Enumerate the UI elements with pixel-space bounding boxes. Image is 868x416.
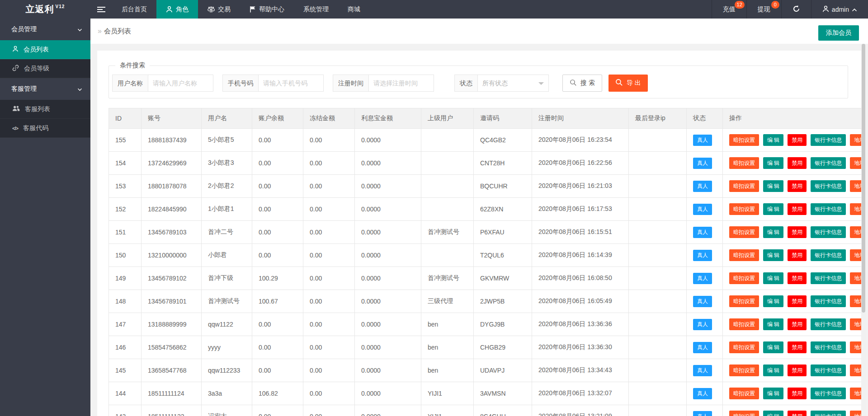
action-button-禁用[interactable]: 禁用 — [788, 411, 807, 416]
action-button-编 辑[interactable]: 编 辑 — [763, 157, 783, 169]
action-button-地址[interactable]: 地址 — [850, 157, 861, 169]
export-button[interactable]: 导 出 — [609, 75, 648, 92]
sidebar-item-会员等级[interactable]: 会员等级 — [0, 59, 90, 78]
sidebar-item-客服代码[interactable]: </>客服代码 — [0, 119, 90, 138]
action-button-编 辑[interactable]: 编 辑 — [763, 318, 783, 330]
action-button-暗扣设置[interactable]: 暗扣设置 — [729, 272, 759, 284]
action-button-银行卡信息[interactable]: 银行卡信息 — [811, 365, 846, 376]
action-button-地址[interactable]: 地址 — [850, 365, 861, 376]
action-button-禁用[interactable]: 禁用 — [788, 157, 807, 169]
sidebar-item-客服列表[interactable]: 客服列表 — [0, 100, 90, 119]
scrollbar-thumb[interactable] — [862, 44, 865, 313]
action-button-禁用[interactable]: 禁用 — [788, 295, 807, 307]
action-button-银行卡信息[interactable]: 银行卡信息 — [811, 388, 846, 399]
action-button-暗扣设置[interactable]: 暗扣设置 — [729, 388, 759, 399]
action-button-暗扣设置[interactable]: 暗扣设置 — [729, 157, 759, 169]
action-button-暗扣设置[interactable]: 暗扣设置 — [729, 411, 759, 416]
action-button-银行卡信息[interactable]: 银行卡信息 — [811, 295, 846, 307]
vertical-scrollbar — [861, 44, 866, 416]
action-button-地址[interactable]: 地址 — [850, 341, 861, 353]
sidebar-group-会员管理[interactable]: 会员管理 — [0, 19, 90, 40]
cell-状态: 真人 — [687, 336, 723, 359]
action-button-暗扣设置[interactable]: 暗扣设置 — [729, 365, 759, 376]
action-button-禁用[interactable]: 禁用 — [788, 341, 807, 353]
refresh-button[interactable] — [781, 0, 811, 19]
action-button-编 辑[interactable]: 编 辑 — [763, 226, 783, 238]
action-button-地址[interactable]: 地址 — [850, 180, 861, 192]
action-button-银行卡信息[interactable]: 银行卡信息 — [811, 157, 846, 169]
action-button-银行卡信息[interactable]: 银行卡信息 — [811, 203, 846, 215]
action-button-编 辑[interactable]: 编 辑 — [763, 365, 783, 376]
action-button-编 辑[interactable]: 编 辑 — [763, 203, 783, 215]
action-button-禁用[interactable]: 禁用 — [788, 365, 807, 376]
action-button-地址[interactable]: 地址 — [850, 318, 861, 330]
person-icon — [166, 6, 173, 13]
action-button-编 辑[interactable]: 编 辑 — [763, 295, 783, 307]
action-button-地址[interactable]: 地址 — [850, 249, 861, 261]
action-button-暗扣设置[interactable]: 暗扣设置 — [729, 341, 759, 353]
action-button-禁用[interactable]: 禁用 — [788, 388, 807, 399]
action-button-禁用[interactable]: 禁用 — [788, 203, 807, 215]
nav-item-交易[interactable]: 交易 — [198, 0, 240, 19]
nav-item-角色[interactable]: 角色 — [156, 0, 198, 19]
add-member-button[interactable]: 添加会员 — [818, 25, 859, 41]
action-button-银行卡信息[interactable]: 银行卡信息 — [811, 272, 846, 284]
action-button-禁用[interactable]: 禁用 — [788, 249, 807, 261]
sidebar-item-会员列表[interactable]: 会员列表 — [0, 40, 90, 59]
action-button-暗扣设置[interactable]: 暗扣设置 — [729, 203, 759, 215]
action-button-地址[interactable]: 地址 — [850, 272, 861, 284]
nav-item-后台首页[interactable]: 后台首页 — [112, 0, 156, 19]
action-button-地址[interactable]: 地址 — [850, 411, 861, 416]
action-button-暗扣设置[interactable]: 暗扣设置 — [729, 226, 759, 238]
action-button-地址[interactable]: 地址 — [850, 295, 861, 307]
search-button-label: 搜 索 — [580, 79, 595, 87]
search-field-input-手机号码[interactable] — [259, 75, 324, 92]
action-button-编 辑[interactable]: 编 辑 — [763, 272, 783, 284]
cell-ID: 146 — [109, 336, 142, 359]
action-button-银行卡信息[interactable]: 银行卡信息 — [811, 249, 846, 261]
action-button-禁用[interactable]: 禁用 — [788, 318, 807, 330]
action-button-暗扣设置[interactable]: 暗扣设置 — [729, 249, 759, 261]
recharge-menu-item[interactable]: 充值 12 — [712, 0, 746, 19]
action-button-禁用[interactable]: 禁用 — [788, 180, 807, 192]
search-button[interactable]: 搜 索 — [562, 75, 602, 92]
action-button-银行卡信息[interactable]: 银行卡信息 — [811, 341, 846, 353]
action-button-编 辑[interactable]: 编 辑 — [763, 180, 783, 192]
nav-item-label: 后台首页 — [122, 5, 147, 14]
cell-注册时间: 2020年08月06日 16:05:49 — [532, 290, 629, 313]
sidebar-collapse-icon[interactable] — [90, 0, 112, 19]
action-button-银行卡信息[interactable]: 银行卡信息 — [811, 411, 846, 416]
action-button-暗扣设置[interactable]: 暗扣设置 — [729, 180, 759, 192]
sidebar-group-客服管理[interactable]: 客服管理 — [0, 78, 90, 100]
status-badge: 真人 — [693, 388, 712, 399]
action-button-银行卡信息[interactable]: 银行卡信息 — [811, 134, 846, 146]
action-button-地址[interactable]: 地址 — [850, 388, 861, 399]
action-button-银行卡信息[interactable]: 银行卡信息 — [811, 180, 846, 192]
action-button-银行卡信息[interactable]: 银行卡信息 — [811, 226, 846, 238]
nav-item-系统管理[interactable]: 系统管理 — [294, 0, 338, 19]
action-button-编 辑[interactable]: 编 辑 — [763, 411, 783, 416]
action-button-编 辑[interactable]: 编 辑 — [763, 249, 783, 261]
cell-邀请码: CNT28H — [474, 152, 532, 175]
cell-用户名: 3a3a — [202, 382, 252, 405]
action-button-银行卡信息[interactable]: 银行卡信息 — [811, 318, 846, 330]
action-button-禁用[interactable]: 禁用 — [788, 134, 807, 146]
action-button-地址[interactable]: 地址 — [850, 134, 861, 146]
action-button-暗扣设置[interactable]: 暗扣设置 — [729, 318, 759, 330]
action-button-暗扣设置[interactable]: 暗扣设置 — [729, 134, 759, 146]
action-button-编 辑[interactable]: 编 辑 — [763, 388, 783, 399]
status-select[interactable]: 所有状态 — [478, 75, 549, 92]
nav-item-商城[interactable]: 商城 — [338, 0, 370, 19]
action-button-编 辑[interactable]: 编 辑 — [763, 134, 783, 146]
admin-user-menu[interactable]: admin — [811, 0, 868, 19]
search-field-input-用户名称[interactable] — [148, 75, 213, 92]
search-field-input-注册时间[interactable] — [369, 75, 434, 92]
action-button-禁用[interactable]: 禁用 — [788, 272, 807, 284]
nav-item-帮助中心[interactable]: 帮助中心 — [240, 0, 294, 19]
action-button-禁用[interactable]: 禁用 — [788, 226, 807, 238]
action-button-暗扣设置[interactable]: 暗扣设置 — [729, 295, 759, 307]
action-button-地址[interactable]: 地址 — [850, 226, 861, 238]
action-button-地址[interactable]: 地址 — [850, 203, 861, 215]
withdraw-menu-item[interactable]: 提现 0 — [746, 0, 781, 19]
action-button-编 辑[interactable]: 编 辑 — [763, 341, 783, 353]
